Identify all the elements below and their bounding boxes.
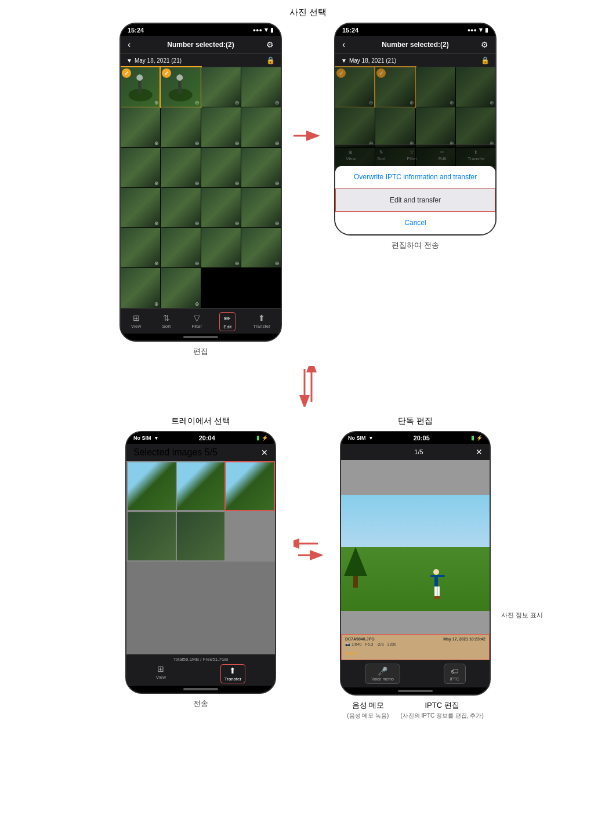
transfer-icon: ⬆ [258,313,265,323]
photo-cell-r[interactable]: ⊕ [375,107,415,147]
home-indicator-tray [183,688,218,690]
svg-rect-24 [437,596,440,599]
phone-single: No SIM ▾ 20:05 ▮ ⚡ 1/5 ✕ [340,431,491,696]
photo-cell-r[interactable]: ⊕ [456,67,495,107]
wifi-icon-single: ▾ [369,435,372,441]
photo-cell[interactable]: ⊕ [241,107,281,147]
photo-cell[interactable]: ⊕ [161,107,200,147]
photo-cell[interactable]: ⊕ [201,67,241,107]
popup-overlay: ⊞ View ⇅ Sort ▽ Filter ✏ [335,144,495,234]
status-icons-right: ●●● ▾ ▮ [468,26,488,34]
wifi-icon: ▾ [264,26,268,34]
caption-left: 편집 [193,346,208,357]
photo-cell-r[interactable]: ⊕ [416,107,455,147]
photo-cell[interactable]: ⊕ [201,188,241,227]
tray-cell[interactable] [177,462,225,510]
zoom-icon: ⊕ [195,100,200,106]
photo-cell[interactable]: ⊕ [121,268,160,307]
photo-cell[interactable]: ⊕ [121,107,160,147]
svg-point-5 [177,74,183,81]
lock-icon-left: 🔒 [266,56,275,64]
iptc-button[interactable]: 🏷 IPTC [444,664,466,684]
home-indicator-left [183,336,218,338]
photo-cell[interactable]: ✓ ⊕ [121,67,160,107]
photo-cell[interactable]: ⊕ [161,148,200,187]
gear-icon-right[interactable]: ⚙ [474,40,488,49]
photo-cell[interactable]: ⊕ [241,148,281,187]
info-aperture: F6.3 [365,642,373,647]
tray-section: 트레이에서 선택 No SIM ▾ 20:04 ▮ ⚡ Selected [125,416,276,709]
tray-cell[interactable] [177,512,225,560]
tray-transfer-button[interactable]: ⬆ Transfer [220,664,246,683]
photo-cell[interactable]: ⊕ [241,228,281,267]
toolbar-edit-r: ✏ Edit [435,149,450,162]
tray-cell[interactable] [226,512,274,560]
toolbar-transfer-r: ⬆ Transfer [464,149,488,162]
voice-memo-button[interactable]: 🎤 Voice memo [365,664,400,684]
sort-icon-r: ⇅ [379,150,383,155]
photo-cell[interactable]: ✓ ⊕ [161,67,200,107]
photo-cell[interactable]: ⊕ [121,228,160,267]
vertical-arrows [0,357,616,416]
toolbar-view[interactable]: ⊞ View [128,312,144,331]
tray-close-button[interactable]: ✕ [261,448,268,457]
photo-cell[interactable]: ⊕ [161,188,200,227]
horiz-arrows-svg [293,532,323,567]
transfer-icon-r: ⬆ [474,150,478,155]
caption-right: 편집하여 전송 [392,240,439,251]
photo-cell[interactable]: ⊕ [121,148,160,187]
popup-edit-transfer-button[interactable]: Edit and transfer [335,189,495,212]
photo-cell-r[interactable]: ⊕ [416,67,455,107]
back-button-left[interactable]: ‹ [128,39,142,50]
back-button-right[interactable]: ‹ [342,39,356,50]
photo-cell-r[interactable]: ✓ ⊕ [335,67,375,107]
svg-rect-22 [437,586,440,597]
status-icons-left: ●●● ▾ ▮ [253,26,274,34]
view-icon-r: ⊞ [349,150,353,155]
status-bar-single: No SIM ▾ 20:05 ▮ ⚡ [341,432,490,444]
tray-view-button[interactable]: ⊞ View [156,664,166,683]
photo-cell[interactable]: ⊕ [121,188,160,227]
svg-rect-20 [430,575,445,577]
charge-icon-tray: ⚡ [262,435,268,441]
toolbar-transfer[interactable]: ⬆ Transfer [249,312,274,331]
battery-icon-single: ▮ [471,435,474,441]
photo-cell[interactable]: ⊕ [161,228,200,267]
popup-cancel-button[interactable]: Cancel [335,212,495,234]
popup-overwrite-button[interactable]: Overwrite IPTC information and transfer [335,166,495,189]
tray-footer-text: Total56.1MB / Free51.7GB [173,657,229,662]
photo-cell[interactable]: ⊕ [241,188,281,227]
photo-cell[interactable]: ⊕ [201,148,241,187]
single-section-label: 단독 편집 [398,416,433,426]
toolbar-sort[interactable]: ⇅ Sort [159,312,175,331]
toolbar-filter[interactable]: ▽ Filter [188,312,205,331]
dropdown-icon-left: ▼ [126,57,132,64]
tray-cell[interactable] [128,512,176,560]
photo-cell-r[interactable]: ✓ ⊕ [375,67,415,107]
info-iso: 3200 [387,642,397,647]
row-bottom: 트레이에서 선택 No SIM ▾ 20:04 ▮ ⚡ Selected [0,416,616,720]
photo-cell[interactable]: ⊕ [241,67,281,107]
single-close-button[interactable]: ✕ [476,447,483,457]
time-left: 15:24 [128,27,144,34]
tray-empty-area [126,562,275,654]
toolbar-edit[interactable]: ✏ Edit [219,312,235,331]
tray-cell-selected[interactable] [226,462,274,510]
gear-icon-left[interactable]: ⚙ [260,40,274,49]
nav-title-right: Number selected:(2) [356,41,474,49]
tray-section-label: 트레이에서 선택 [171,416,230,426]
photo-cell[interactable]: ⊕ [161,268,200,307]
info-bar: DC7A9840.JPG May 17, 2021 10:23:42 📷 1/6… [341,634,490,660]
caption-tray: 전송 [193,698,208,709]
svg-rect-4 [178,79,181,93]
date-text-right: May 18, 2021 (21) [349,57,396,64]
view-icon: ⊞ [133,313,140,323]
vertical-arrows-svg [296,366,320,407]
photo-cell[interactable]: ⊕ [201,228,241,267]
photo-cell-r[interactable]: ⊕ [335,107,375,147]
tray-cell[interactable] [128,462,176,510]
photo-cell[interactable]: ⊕ [201,107,241,147]
toolbar-filter-r: ▽ Filter [403,149,421,162]
photo-cell-r[interactable]: ⊕ [456,107,495,147]
tray-header: Selected images 5/5 ✕ [126,444,275,461]
